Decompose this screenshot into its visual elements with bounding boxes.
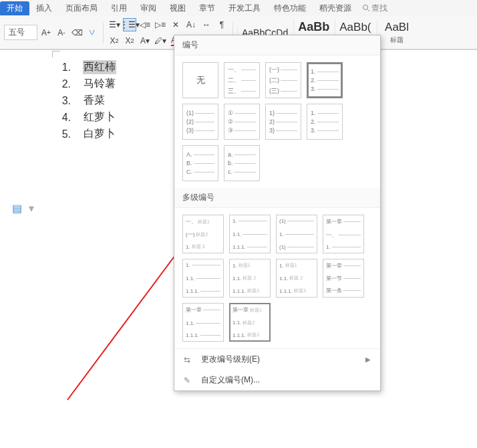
tab-view[interactable]: 视图 [163, 1, 192, 15]
list-number: 3. [53, 95, 71, 107]
numbering-grid: 无一、二、三、(一)(二)(三)1.2.3.(1)(2)(3)①②③1)2)3)… [174, 55, 380, 188]
tab-reference[interactable]: 引用 [104, 1, 134, 15]
font-size-select[interactable]: 五号 [4, 25, 37, 40]
paragraph-icon[interactable]: ▤ [11, 202, 23, 214]
multilevel-grid: 一、标题1(一)标题21.标题 31.1.1.1.1.1.(1)1.(1)第一章… [174, 208, 380, 348]
show-marks-button[interactable]: ¶ [215, 18, 228, 31]
pencil-icon: ✎ [184, 376, 194, 385]
numbering-option[interactable]: 无 [182, 62, 218, 98]
numbering-section-header: 编号 [174, 35, 380, 55]
subscript-button[interactable]: X2 [123, 34, 136, 47]
phonetic-button[interactable]: ᥎ [86, 26, 99, 39]
multilevel-option[interactable]: 1.1.1.1.1.1. [229, 215, 271, 253]
svg-point-0 [363, 5, 368, 10]
multilevel-option[interactable]: 1.1.1.1.1.1. [182, 259, 224, 298]
search-box[interactable]: 查找 [362, 3, 387, 14]
search-icon [362, 4, 370, 12]
numbering-option[interactable]: A.B.C. [182, 145, 218, 181]
multilevel-section-header: 多级编号 [174, 188, 380, 208]
style-sample: AaBb [298, 20, 329, 34]
style-sample: AaBl [385, 21, 409, 34]
numbering-option[interactable]: (一)(二)(三) [265, 62, 301, 98]
align-button[interactable]: ↔ [200, 18, 213, 31]
multilevel-option[interactable]: 1.标题11.1.标题 21.1.1.标题3 [276, 259, 317, 298]
decrease-font-button[interactable]: A- [55, 26, 68, 39]
list-text: 红萝卜 [83, 110, 116, 124]
clear-button[interactable]: ✕ [169, 18, 182, 31]
tab-start[interactable]: 开始 [0, 1, 29, 15]
custom-numbering-item[interactable]: ✎ 自定义编号(M)... [174, 370, 380, 390]
chevron-right-icon: ▶ [365, 356, 371, 363]
tab-chapter[interactable]: 章节 [192, 1, 222, 15]
numbering-option[interactable]: 1.2.3. [307, 104, 343, 140]
list-text: 马铃薯 [83, 77, 116, 91]
list-number: 5. [53, 128, 71, 140]
style-title[interactable]: AaBl 标题 [377, 19, 417, 46]
change-level-icon: ⇆ [184, 355, 194, 364]
numbering-option[interactable]: ①②③ [224, 104, 260, 140]
style-sample: AaBb( [339, 21, 371, 34]
highlight-button[interactable]: 🖊▾ [154, 34, 167, 47]
text-effects-button[interactable]: A▾ [138, 34, 152, 47]
list-number: 4. [53, 112, 71, 124]
sort-button[interactable]: A↓ [184, 18, 198, 31]
numbering-option[interactable]: a.b.c. [224, 145, 260, 181]
search-label: 查找 [371, 3, 387, 14]
numbering-dropdown: 编号 无一、二、三、(一)(二)(三)1.2.3.(1)(2)(3)①②③1)2… [174, 35, 381, 391]
caret-icon[interactable]: ▾ [25, 202, 37, 214]
increase-font-button[interactable]: A+ [39, 26, 53, 39]
svg-line-1 [367, 9, 369, 11]
multilevel-option[interactable]: 第一章一、1. [323, 215, 364, 253]
tab-developer[interactable]: 开发工具 [222, 1, 267, 15]
tab-layout[interactable]: 页面布局 [59, 1, 104, 15]
change-level-label: 更改编号级别(E) [201, 354, 260, 365]
bullets-button[interactable]: ☰▾ [108, 18, 121, 31]
change-level-item[interactable]: ⇆ 更改编号级别(E) ▶ [174, 349, 380, 370]
ruler-corner [52, 51, 60, 58]
multilevel-option[interactable]: (1)1.(1) [276, 215, 317, 253]
tab-docer[interactable]: 稻壳资源 [313, 1, 358, 15]
tab-feature[interactable]: 特色功能 [267, 1, 313, 15]
multilevel-option[interactable]: 第一章第一节第一条 [323, 259, 364, 298]
clear-format-button[interactable]: ⌫ [70, 26, 84, 39]
superscript-button[interactable]: X2 [108, 34, 121, 47]
tab-insert[interactable]: 插入 [29, 1, 59, 15]
list-number: 1. [53, 62, 71, 74]
multilevel-option[interactable]: 第一章1.1.1.1.1. [182, 303, 224, 342]
list-text: 西红柿 [83, 60, 116, 74]
side-icons: ▤ ▾ [11, 202, 37, 214]
increase-indent-button[interactable]: ▷≡ [154, 18, 167, 31]
list-text: 香菜 [83, 94, 106, 108]
decrease-indent-button[interactable]: ◁≡ [138, 18, 152, 31]
multilevel-option[interactable]: 一、标题1(一)标题21.标题 3 [182, 215, 224, 253]
numbering-option[interactable]: 1.2.3. [307, 62, 343, 98]
list-text: 白萝卜 [83, 127, 116, 141]
multilevel-option[interactable]: 第一章标题11.1.标题21.1.1.标题3 [229, 303, 271, 342]
custom-numbering-label: 自定义编号(M)... [201, 374, 260, 386]
style-label: 标题 [390, 35, 404, 45]
panel-footer: ⇆ 更改编号级别(E) ▶ ✎ 自定义编号(M)... [174, 348, 380, 390]
list-number: 2. [53, 78, 71, 90]
numbering-option[interactable]: 1)2)3) [265, 104, 301, 140]
numbering-option[interactable]: 一、二、三、 [224, 62, 260, 98]
numbering-button[interactable]: ⋮☰▾ [123, 18, 136, 31]
numbering-option[interactable]: (1)(2)(3) [182, 104, 218, 140]
tab-review[interactable]: 审阅 [134, 1, 163, 15]
multilevel-option[interactable]: 1.标题11.1.标题 21.1.1.标题3 [229, 259, 271, 298]
ribbon-tabs: 开始 插入 页面布局 引用 审阅 视图 章节 开发工具 特色功能 稻壳资源 查找 [0, 0, 477, 16]
